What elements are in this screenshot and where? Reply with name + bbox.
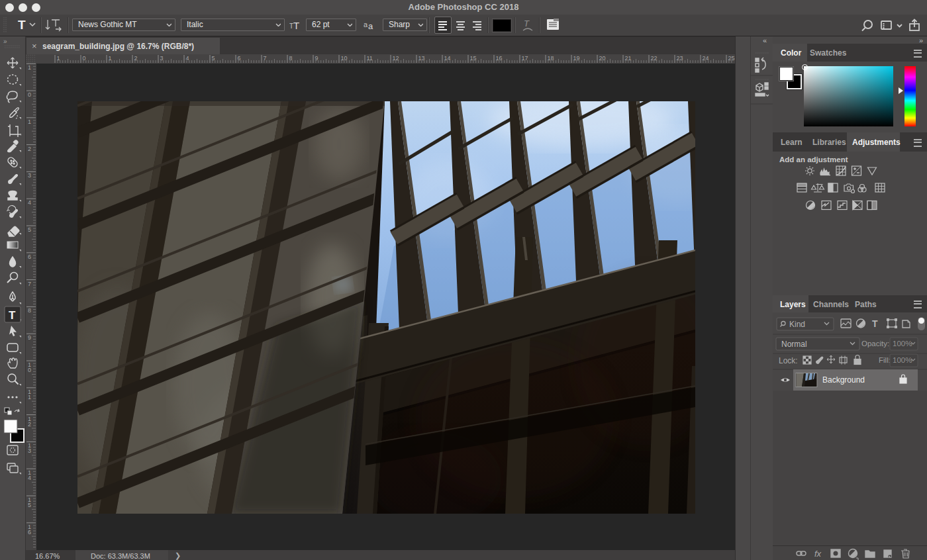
svg-text:1: 1 — [57, 55, 60, 62]
svg-text:1: 1 — [28, 394, 31, 400]
svg-text:Opacity:: Opacity: — [861, 340, 889, 348]
svg-text:T: T — [524, 19, 530, 28]
svg-text:T: T — [872, 318, 878, 329]
svg-text:a: a — [364, 21, 368, 28]
svg-text:2: 2 — [134, 55, 138, 62]
svg-text:a: a — [368, 21, 373, 30]
svg-text:9: 9 — [315, 55, 318, 62]
svg-text:Background: Background — [822, 375, 865, 385]
svg-text:Fill:: Fill: — [879, 356, 891, 364]
svg-text:8: 8 — [28, 307, 31, 314]
svg-text:6: 6 — [28, 254, 31, 260]
svg-text:1: 1 — [28, 118, 31, 125]
svg-text:0: 0 — [28, 367, 31, 373]
svg-text:0: 0 — [28, 91, 31, 98]
svg-text:1: 1 — [109, 55, 112, 62]
svg-text:fx: fx — [814, 549, 822, 559]
svg-text:100%: 100% — [893, 356, 912, 364]
svg-text:»: » — [3, 38, 7, 45]
svg-text:3: 3 — [28, 172, 31, 179]
svg-text:6: 6 — [238, 55, 241, 62]
svg-text:100%: 100% — [893, 340, 912, 348]
svg-text:Normal: Normal — [781, 340, 807, 349]
svg-text:4: 4 — [186, 55, 189, 62]
svg-text:Lock:: Lock: — [779, 356, 798, 365]
svg-text:5: 5 — [28, 502, 31, 508]
svg-text:3: 3 — [160, 55, 164, 62]
svg-text:9: 9 — [28, 334, 31, 341]
svg-text:7: 7 — [28, 281, 31, 287]
svg-text:4: 4 — [28, 199, 31, 206]
svg-text:3: 3 — [28, 447, 31, 454]
svg-text:5: 5 — [212, 55, 215, 62]
svg-text:Kind: Kind — [789, 320, 805, 329]
svg-text:4: 4 — [28, 475, 31, 481]
svg-text:0: 0 — [83, 55, 86, 62]
svg-text:8: 8 — [289, 55, 293, 62]
svg-text:2: 2 — [28, 421, 31, 428]
svg-text:5: 5 — [28, 226, 31, 233]
svg-text:1: 1 — [28, 64, 31, 71]
svg-text:2: 2 — [28, 146, 31, 152]
svg-text:T: T — [9, 309, 16, 322]
svg-text:6: 6 — [28, 529, 31, 536]
svg-text:T: T — [18, 18, 26, 32]
svg-text:T: T — [293, 20, 299, 31]
svg-text:7: 7 — [264, 55, 267, 62]
